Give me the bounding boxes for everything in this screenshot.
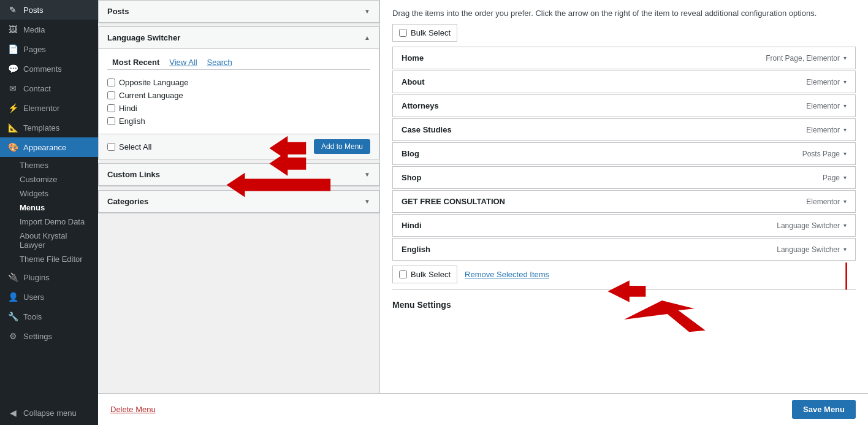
checkbox-english[interactable]: English [107,115,370,128]
top-bulk-select-row: Bulk Select [392,24,856,42]
collapse-menu[interactable]: ◀ Collapse menu [0,403,98,425]
add-to-menu-button[interactable]: Add to Menu [314,139,370,154]
menu-item-blog-chevron[interactable]: ▾ [843,150,847,157]
sidebar-item-templates[interactable]: 📐 Templates [0,118,98,137]
top-bulk-select-checkbox[interactable] [399,29,407,37]
elementor-icon: ⚡ [7,103,18,113]
language-switcher-tabs: Most Recent View All Search [107,55,370,70]
pages-icon: 📄 [7,44,18,54]
sidebar-item-pages[interactable]: 📄 Pages [0,39,98,59]
custom-links-header[interactable]: Custom Links ▼ [99,164,379,186]
checkbox-opposite-language[interactable]: Opposite Language [107,76,370,89]
menu-item-get-free-consultation[interactable]: GET FREE CONSULTATION Elementor ▾ [392,190,856,213]
menu-item-gfc-chevron[interactable]: ▾ [843,198,847,205]
sidebar-item-tools[interactable]: 🔧 Tools [0,307,98,326]
right-panel: Drag the items into the order you prefer… [380,0,868,425]
language-switcher-header[interactable]: Language Switcher ▲ [99,27,379,49]
menu-item-attorneys-chevron[interactable]: ▾ [843,102,847,109]
left-panel: Posts ▼ Language Switcher ▲ Most Recent … [98,0,380,425]
language-switcher-body: Most Recent View All Search Opposite Lan… [99,49,379,134]
appearance-submenu: Themes Customize Widgets Menus Import De… [0,157,98,267]
custom-links-chevron-icon: ▼ [364,171,370,178]
language-switcher-accordion: Language Switcher ▲ Most Recent View All… [98,26,379,159]
sidebar: ✎ Posts 🖼 Media 📄 Pages 💬 Comments ✉ Con… [0,0,98,425]
menu-items-list: Home Front Page, Elementor ▾ About Eleme… [392,47,856,261]
sidebar-sub-menus[interactable]: Menus [7,201,98,215]
delete-menu-link[interactable]: Delete Menu [110,405,156,414]
menu-item-blog[interactable]: Blog Posts Page ▾ [392,142,856,165]
select-all-label[interactable]: Select All [107,140,151,153]
sidebar-sub-import-demo[interactable]: Import Demo Data [7,215,98,229]
categories-chevron-icon: ▼ [364,198,370,205]
bottom-bulk-row: Bulk Select Remove Selected Items [392,266,856,283]
menu-item-english-chevron[interactable]: ▾ [843,246,847,253]
posts-chevron-icon: ▼ [364,8,370,15]
custom-links-accordion: Custom Links ▼ [98,163,379,186]
sidebar-sub-widgets[interactable]: Widgets [7,186,98,201]
language-switcher-footer: Select All Add to Menu [99,134,379,159]
menu-item-attorneys[interactable]: Attorneys Elementor ▾ [392,94,856,117]
instruction-text: Drag the items into the order you prefer… [392,0,856,24]
templates-icon: 📐 [7,123,18,132]
media-icon: 🖼 [7,25,18,34]
comments-icon: 💬 [7,64,18,74]
sidebar-item-elementor[interactable]: ⚡ Elementor [0,98,98,118]
sidebar-item-plugins[interactable]: 🔌 Plugins [0,267,98,287]
tab-view-all[interactable]: View All [164,55,202,69]
sidebar-item-settings[interactable]: ⚙ Settings [0,326,98,346]
sidebar-sub-customize[interactable]: Customize [7,172,98,186]
bottom-bar: Delete Menu Save Menu [98,393,868,425]
sidebar-item-media[interactable]: 🖼 Media [0,20,98,39]
remove-selected-link[interactable]: Remove Selected Items [465,270,549,279]
posts-icon: ✎ [7,5,18,15]
users-icon: 👤 [7,292,18,302]
sidebar-sub-theme-file-editor[interactable]: Theme File Editor [7,252,98,266]
settings-icon: ⚙ [7,331,18,341]
menu-item-case-studies[interactable]: Case Studies Elementor ▾ [392,118,856,141]
menu-item-hindi[interactable]: Hindi Language Switcher ▾ [392,214,856,237]
menu-item-shop-chevron[interactable]: ▾ [843,174,847,181]
tools-icon: 🔧 [7,312,18,321]
menu-item-about-chevron[interactable]: ▾ [843,78,847,85]
save-menu-button[interactable]: Save Menu [792,400,856,419]
sidebar-item-comments[interactable]: 💬 Comments [0,59,98,78]
menu-item-home-chevron[interactable]: ▾ [843,55,847,61]
menu-item-home[interactable]: Home Front Page, Elementor ▾ [392,47,856,69]
menu-item-about[interactable]: About Elementor ▾ [392,71,856,93]
bottom-bulk-select-label[interactable]: Bulk Select [392,266,457,283]
checkbox-hindi[interactable]: Hindi [107,102,370,115]
posts-accordion: Posts ▼ [98,0,379,23]
collapse-icon: ◀ [7,408,18,418]
menu-item-shop[interactable]: Shop Page ▾ [392,166,856,189]
menu-item-hindi-chevron[interactable]: ▾ [843,222,847,229]
menu-item-case-studies-chevron[interactable]: ▾ [843,126,847,133]
tab-most-recent[interactable]: Most Recent [107,55,164,69]
sidebar-sub-themes[interactable]: Themes [7,158,98,172]
bottom-bulk-select-checkbox[interactable] [399,270,407,278]
sidebar-item-users[interactable]: 👤 Users [0,287,98,307]
appearance-icon: 🎨 [7,142,18,152]
top-bulk-select-label[interactable]: Bulk Select [392,24,457,42]
menu-item-english[interactable]: English Language Switcher ▾ [392,238,856,261]
checkbox-current-language[interactable]: Current Language [107,89,370,102]
main-content: Posts ▼ Language Switcher ▲ Most Recent … [98,0,868,425]
tab-search[interactable]: Search [202,55,237,69]
sidebar-item-posts[interactable]: ✎ Posts [0,0,98,20]
categories-accordion: Categories ▼ [98,190,379,213]
sidebar-sub-about-krystal[interactable]: About Krystal Lawyer [7,229,98,252]
plugins-icon: 🔌 [7,272,18,282]
posts-accordion-header[interactable]: Posts ▼ [99,1,379,23]
categories-header[interactable]: Categories ▼ [99,191,379,213]
menu-settings-heading: Menu Settings [392,289,856,315]
sidebar-item-contact[interactable]: ✉ Contact [0,78,98,98]
sidebar-item-appearance[interactable]: 🎨 Appearance [0,137,98,157]
contact-icon: ✉ [7,83,18,93]
language-switcher-chevron-icon: ▲ [364,34,370,41]
